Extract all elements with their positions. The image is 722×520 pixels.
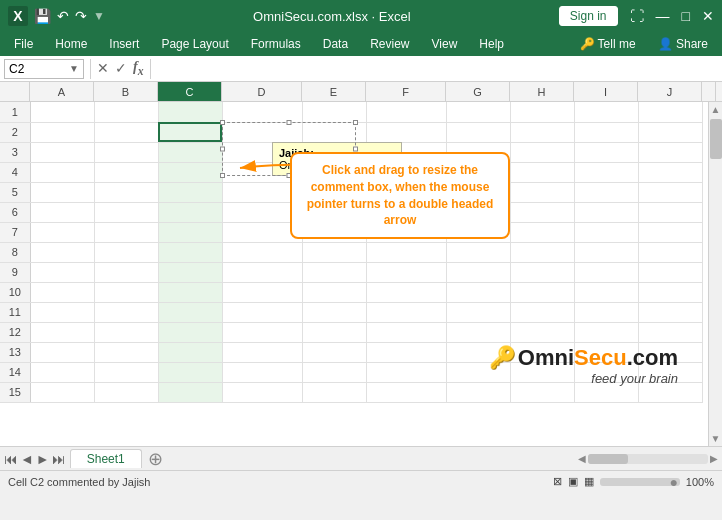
cell-C3[interactable] — [158, 142, 222, 162]
cell-C15[interactable] — [158, 382, 222, 402]
menu-home[interactable]: Home — [45, 35, 97, 53]
cell-B3[interactable] — [94, 142, 158, 162]
col-header-E[interactable]: E — [302, 82, 366, 101]
cell-J11[interactable] — [638, 302, 702, 322]
cell-A10[interactable] — [30, 282, 94, 302]
menu-insert[interactable]: Insert — [99, 35, 149, 53]
accept-formula-icon[interactable]: ✓ — [115, 60, 127, 76]
cell-J13[interactable] — [638, 342, 702, 362]
cell-H10[interactable] — [510, 282, 574, 302]
cell-J1[interactable] — [638, 102, 702, 122]
cell-A4[interactable] — [30, 162, 94, 182]
cell-I4[interactable] — [574, 162, 638, 182]
row-num-1[interactable]: 1 — [0, 102, 30, 122]
cell-B7[interactable] — [94, 222, 158, 242]
cell-I8[interactable] — [574, 242, 638, 262]
add-sheet-button[interactable]: ⊕ — [148, 448, 163, 470]
cell-E10[interactable] — [302, 282, 366, 302]
col-header-D[interactable]: D — [222, 82, 302, 101]
cell-A15[interactable] — [30, 382, 94, 402]
cell-H6[interactable] — [510, 202, 574, 222]
cell-I14[interactable] — [574, 362, 638, 382]
cell-E9[interactable] — [302, 262, 366, 282]
cell-H11[interactable] — [510, 302, 574, 322]
cell-J4[interactable] — [638, 162, 702, 182]
cell-F9[interactable] — [366, 262, 446, 282]
cell-B15[interactable] — [94, 382, 158, 402]
cell-B1[interactable] — [94, 102, 158, 122]
cell-I2[interactable] — [574, 122, 638, 142]
menu-page-layout[interactable]: Page Layout — [151, 35, 238, 53]
cell-H3[interactable] — [510, 142, 574, 162]
cell-B2[interactable] — [94, 122, 158, 142]
sheet-nav-next[interactable]: ► — [36, 451, 50, 467]
view-layout-icon[interactable]: ▣ — [568, 475, 578, 488]
cell-A1[interactable] — [30, 102, 94, 122]
cell-F2[interactable] — [366, 122, 446, 142]
hscroll-right[interactable]: ▶ — [710, 453, 718, 464]
cell-F13[interactable] — [366, 342, 446, 362]
sheet-nav-prev[interactable]: ◄ — [20, 451, 34, 467]
menu-formulas[interactable]: Formulas — [241, 35, 311, 53]
cell-A6[interactable] — [30, 202, 94, 222]
name-box[interactable]: C2 ▼ — [4, 59, 84, 79]
cell-C6[interactable] — [158, 202, 222, 222]
cell-J12[interactable] — [638, 322, 702, 342]
cell-F1[interactable] — [366, 102, 446, 122]
cell-I1[interactable] — [574, 102, 638, 122]
row-num-14[interactable]: 14 — [0, 362, 30, 382]
close-button[interactable]: ✕ — [702, 8, 714, 24]
cell-H14[interactable] — [510, 362, 574, 382]
row-num-9[interactable]: 9 — [0, 262, 30, 282]
cell-G9[interactable] — [446, 262, 510, 282]
menu-file[interactable]: File — [4, 35, 43, 53]
hscroll-thumb[interactable] — [588, 454, 628, 464]
cell-G1[interactable] — [446, 102, 510, 122]
cell-C4[interactable] — [158, 162, 222, 182]
cell-G14[interactable] — [446, 362, 510, 382]
cell-H12[interactable] — [510, 322, 574, 342]
row-num-8[interactable]: 8 — [0, 242, 30, 262]
cell-B5[interactable] — [94, 182, 158, 202]
cell-H2[interactable] — [510, 122, 574, 142]
col-header-C[interactable]: C — [158, 82, 222, 101]
view-normal-icon[interactable]: ⊠ — [553, 475, 562, 488]
row-num-7[interactable]: 7 — [0, 222, 30, 242]
cell-B4[interactable] — [94, 162, 158, 182]
cell-C5[interactable] — [158, 182, 222, 202]
row-num-2[interactable]: 2 — [0, 122, 30, 142]
menu-data[interactable]: Data — [313, 35, 358, 53]
cell-F15[interactable] — [366, 382, 446, 402]
cell-D10[interactable] — [222, 282, 302, 302]
cell-H7[interactable] — [510, 222, 574, 242]
cell-E13[interactable] — [302, 342, 366, 362]
cell-G15[interactable] — [446, 382, 510, 402]
cell-H9[interactable] — [510, 262, 574, 282]
col-header-A[interactable]: A — [30, 82, 94, 101]
cell-C10[interactable] — [158, 282, 222, 302]
cell-I6[interactable] — [574, 202, 638, 222]
cell-I11[interactable] — [574, 302, 638, 322]
sheet-nav-last[interactable]: ⏭ — [52, 451, 66, 467]
cell-A5[interactable] — [30, 182, 94, 202]
cell-A11[interactable] — [30, 302, 94, 322]
cell-G13[interactable] — [446, 342, 510, 362]
cell-J14[interactable] — [638, 362, 702, 382]
cell-A13[interactable] — [30, 342, 94, 362]
cell-G10[interactable] — [446, 282, 510, 302]
cell-A2[interactable] — [30, 122, 94, 142]
scrollbar-thumb[interactable] — [710, 119, 722, 159]
cell-A8[interactable] — [30, 242, 94, 262]
cell-H4[interactable] — [510, 162, 574, 182]
redo-button[interactable]: ↷ — [75, 8, 87, 24]
cell-F10[interactable] — [366, 282, 446, 302]
name-box-dropdown[interactable]: ▼ — [69, 63, 79, 74]
cell-H5[interactable] — [510, 182, 574, 202]
cell-A3[interactable] — [30, 142, 94, 162]
cell-D14[interactable] — [222, 362, 302, 382]
cell-D13[interactable] — [222, 342, 302, 362]
row-num-3[interactable]: 3 — [0, 142, 30, 162]
cell-E8[interactable] — [302, 242, 366, 262]
cell-C11[interactable] — [158, 302, 222, 322]
cell-B12[interactable] — [94, 322, 158, 342]
